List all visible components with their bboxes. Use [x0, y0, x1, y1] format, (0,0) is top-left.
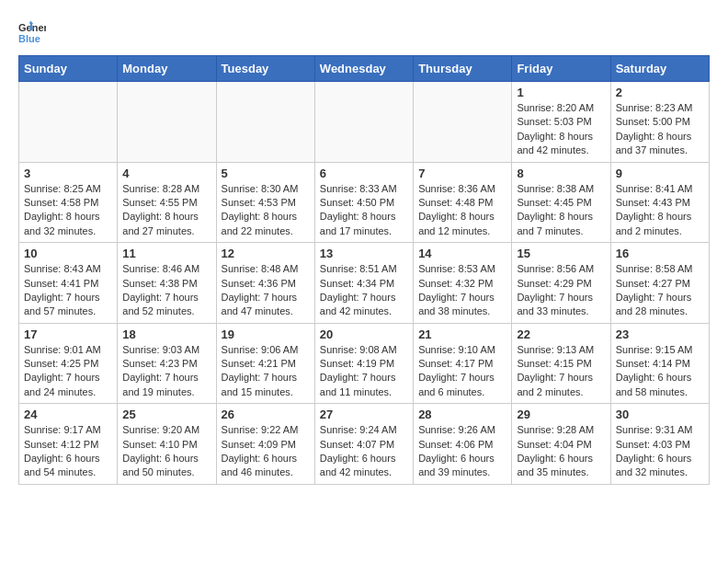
- weekday-header: Saturday: [610, 56, 709, 82]
- day-info: Sunrise: 8:56 AM Sunset: 4:29 PM Dayligh…: [517, 262, 605, 319]
- day-info: Sunrise: 9:26 AM Sunset: 4:06 PM Dayligh…: [418, 423, 506, 480]
- day-number: 7: [418, 167, 506, 180]
- day-number: 4: [122, 167, 210, 180]
- day-info: Sunrise: 9:08 AM Sunset: 4:19 PM Dayligh…: [320, 343, 408, 400]
- day-number: 14: [418, 247, 506, 260]
- weekday-header: Wednesday: [314, 56, 413, 82]
- day-number: 10: [24, 247, 112, 260]
- day-number: 3: [24, 167, 112, 180]
- day-number: 22: [517, 327, 605, 341]
- calendar-cell: [314, 82, 413, 163]
- calendar-cell: 4Sunrise: 8:28 AM Sunset: 4:55 PM Daylig…: [118, 162, 216, 243]
- calendar-cell: 15Sunrise: 8:56 AM Sunset: 4:29 PM Dayli…: [512, 243, 610, 324]
- calendar-cell: 7Sunrise: 8:36 AM Sunset: 4:48 PM Daylig…: [414, 162, 512, 243]
- day-number: 27: [320, 408, 408, 421]
- calendar-cell: 21Sunrise: 9:10 AM Sunset: 4:17 PM Dayli…: [414, 323, 512, 404]
- day-info: Sunrise: 8:25 AM Sunset: 4:58 PM Dayligh…: [24, 182, 112, 239]
- calendar-cell: 27Sunrise: 9:24 AM Sunset: 4:07 PM Dayli…: [314, 404, 413, 485]
- calendar-cell: [414, 82, 512, 163]
- day-info: Sunrise: 8:33 AM Sunset: 4:50 PM Dayligh…: [320, 182, 408, 239]
- calendar-cell: [19, 82, 118, 163]
- day-number: 2: [616, 86, 704, 99]
- calendar-cell: 23Sunrise: 9:15 AM Sunset: 4:14 PM Dayli…: [610, 323, 709, 404]
- weekday-header: Thursday: [414, 56, 512, 82]
- calendar-cell: 17Sunrise: 9:01 AM Sunset: 4:25 PM Dayli…: [19, 323, 118, 404]
- day-info: Sunrise: 9:28 AM Sunset: 4:04 PM Dayligh…: [517, 423, 605, 480]
- calendar: SundayMondayTuesdayWednesdayThursdayFrid…: [18, 55, 710, 485]
- day-number: 26: [222, 408, 310, 421]
- svg-text:Blue: Blue: [18, 33, 40, 44]
- day-number: 30: [616, 408, 704, 421]
- calendar-header-row: SundayMondayTuesdayWednesdayThursdayFrid…: [19, 56, 710, 82]
- day-number: 20: [320, 327, 408, 341]
- calendar-cell: 10Sunrise: 8:43 AM Sunset: 4:41 PM Dayli…: [19, 243, 118, 324]
- day-info: Sunrise: 9:06 AM Sunset: 4:21 PM Dayligh…: [222, 343, 310, 400]
- calendar-cell: 16Sunrise: 8:58 AM Sunset: 4:27 PM Dayli…: [610, 243, 709, 324]
- calendar-cell: 3Sunrise: 8:25 AM Sunset: 4:58 PM Daylig…: [19, 162, 118, 243]
- day-info: Sunrise: 9:03 AM Sunset: 4:23 PM Dayligh…: [122, 343, 210, 400]
- header: General Blue: [18, 18, 710, 46]
- day-info: Sunrise: 8:53 AM Sunset: 4:32 PM Dayligh…: [418, 262, 506, 319]
- day-number: 11: [122, 247, 210, 260]
- day-info: Sunrise: 8:51 AM Sunset: 4:34 PM Dayligh…: [320, 262, 408, 319]
- day-info: Sunrise: 9:13 AM Sunset: 4:15 PM Dayligh…: [517, 343, 605, 400]
- logo-icon: General Blue: [18, 18, 46, 46]
- weekday-header: Friday: [512, 56, 610, 82]
- day-info: Sunrise: 9:15 AM Sunset: 4:14 PM Dayligh…: [616, 343, 704, 400]
- day-number: 1: [517, 86, 605, 99]
- day-number: 25: [122, 408, 210, 421]
- day-info: Sunrise: 8:36 AM Sunset: 4:48 PM Dayligh…: [418, 182, 506, 239]
- calendar-cell: 8Sunrise: 8:38 AM Sunset: 4:45 PM Daylig…: [512, 162, 610, 243]
- day-number: 19: [222, 327, 310, 341]
- day-number: 5: [222, 167, 310, 180]
- calendar-cell: 1Sunrise: 8:20 AM Sunset: 5:03 PM Daylig…: [512, 82, 610, 163]
- day-info: Sunrise: 8:58 AM Sunset: 4:27 PM Dayligh…: [616, 262, 704, 319]
- calendar-cell: 28Sunrise: 9:26 AM Sunset: 4:06 PM Dayli…: [414, 404, 512, 485]
- day-info: Sunrise: 8:23 AM Sunset: 5:00 PM Dayligh…: [616, 101, 704, 158]
- calendar-cell: 19Sunrise: 9:06 AM Sunset: 4:21 PM Dayli…: [216, 323, 314, 404]
- day-number: 8: [517, 167, 605, 180]
- day-number: 21: [418, 327, 506, 341]
- calendar-cell: 13Sunrise: 8:51 AM Sunset: 4:34 PM Dayli…: [314, 243, 413, 324]
- calendar-cell: 20Sunrise: 9:08 AM Sunset: 4:19 PM Dayli…: [314, 323, 413, 404]
- day-info: Sunrise: 9:22 AM Sunset: 4:09 PM Dayligh…: [222, 423, 310, 480]
- day-info: Sunrise: 9:01 AM Sunset: 4:25 PM Dayligh…: [24, 343, 112, 400]
- day-number: 15: [517, 247, 605, 260]
- calendar-week-row: 10Sunrise: 8:43 AM Sunset: 4:41 PM Dayli…: [19, 243, 710, 324]
- day-info: Sunrise: 9:17 AM Sunset: 4:12 PM Dayligh…: [24, 423, 112, 480]
- day-info: Sunrise: 8:46 AM Sunset: 4:38 PM Dayligh…: [122, 262, 210, 319]
- calendar-cell: 12Sunrise: 8:48 AM Sunset: 4:36 PM Dayli…: [216, 243, 314, 324]
- day-info: Sunrise: 8:20 AM Sunset: 5:03 PM Dayligh…: [517, 101, 605, 158]
- calendar-cell: 30Sunrise: 9:31 AM Sunset: 4:03 PM Dayli…: [610, 404, 709, 485]
- day-info: Sunrise: 8:43 AM Sunset: 4:41 PM Dayligh…: [24, 262, 112, 319]
- calendar-cell: 9Sunrise: 8:41 AM Sunset: 4:43 PM Daylig…: [610, 162, 709, 243]
- calendar-cell: 6Sunrise: 8:33 AM Sunset: 4:50 PM Daylig…: [314, 162, 413, 243]
- calendar-cell: 26Sunrise: 9:22 AM Sunset: 4:09 PM Dayli…: [216, 404, 314, 485]
- calendar-cell: [118, 82, 216, 163]
- day-number: 29: [517, 408, 605, 421]
- day-info: Sunrise: 9:24 AM Sunset: 4:07 PM Dayligh…: [320, 423, 408, 480]
- day-info: Sunrise: 9:20 AM Sunset: 4:10 PM Dayligh…: [122, 423, 210, 480]
- weekday-header: Tuesday: [216, 56, 314, 82]
- day-info: Sunrise: 8:28 AM Sunset: 4:55 PM Dayligh…: [122, 182, 210, 239]
- calendar-week-row: 3Sunrise: 8:25 AM Sunset: 4:58 PM Daylig…: [19, 162, 710, 243]
- calendar-cell: 11Sunrise: 8:46 AM Sunset: 4:38 PM Dayli…: [118, 243, 216, 324]
- calendar-cell: 25Sunrise: 9:20 AM Sunset: 4:10 PM Dayli…: [118, 404, 216, 485]
- calendar-cell: 24Sunrise: 9:17 AM Sunset: 4:12 PM Dayli…: [19, 404, 118, 485]
- day-number: 6: [320, 167, 408, 180]
- day-info: Sunrise: 8:41 AM Sunset: 4:43 PM Dayligh…: [616, 182, 704, 239]
- weekday-header: Monday: [118, 56, 216, 82]
- calendar-week-row: 17Sunrise: 9:01 AM Sunset: 4:25 PM Dayli…: [19, 323, 710, 404]
- weekday-header: Sunday: [19, 56, 118, 82]
- calendar-cell: 5Sunrise: 8:30 AM Sunset: 4:53 PM Daylig…: [216, 162, 314, 243]
- day-number: 9: [616, 167, 704, 180]
- calendar-cell: 29Sunrise: 9:28 AM Sunset: 4:04 PM Dayli…: [512, 404, 610, 485]
- day-number: 28: [418, 408, 506, 421]
- calendar-cell: 18Sunrise: 9:03 AM Sunset: 4:23 PM Dayli…: [118, 323, 216, 404]
- day-number: 12: [222, 247, 310, 260]
- day-number: 16: [616, 247, 704, 260]
- day-number: 17: [24, 327, 112, 341]
- day-info: Sunrise: 9:10 AM Sunset: 4:17 PM Dayligh…: [418, 343, 506, 400]
- calendar-week-row: 1Sunrise: 8:20 AM Sunset: 5:03 PM Daylig…: [19, 82, 710, 163]
- calendar-week-row: 24Sunrise: 9:17 AM Sunset: 4:12 PM Dayli…: [19, 404, 710, 485]
